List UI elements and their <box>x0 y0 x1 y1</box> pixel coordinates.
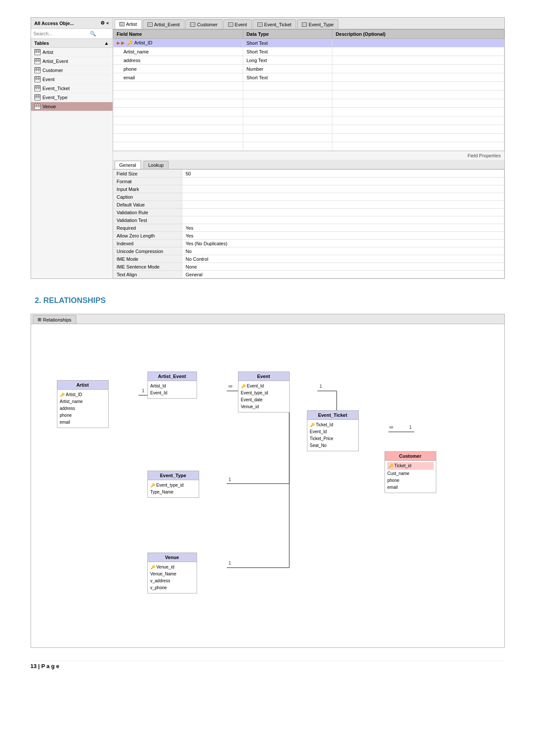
rel-tab-label: Relationships <box>43 317 72 322</box>
prop-value[interactable]: No <box>182 247 504 255</box>
prop-label: Unicode Compression <box>113 247 182 255</box>
col-description: Description (Optional) <box>332 30 504 39</box>
tab-event-ticket[interactable]: Event_Ticket <box>253 19 296 29</box>
table-row-empty <box>113 134 504 142</box>
entity-title-event: Event <box>238 372 289 381</box>
prop-value[interactable] <box>182 216 504 224</box>
prop-value[interactable] <box>182 193 504 201</box>
collapse-icon[interactable]: « <box>106 20 109 26</box>
entity-artist-event: Artist_Event Artist_Id Event_Id <box>147 372 197 399</box>
field-name-cell: address <box>113 56 243 65</box>
sidebar-item-label: Artist_Event <box>43 59 68 64</box>
data-type-cell: Short Text <box>243 73 332 82</box>
data-type-cell: Short Text <box>243 47 332 56</box>
field-name-cell: ▶ 🔑Artist_ID <box>113 39 243 47</box>
sidebar-item-customer[interactable]: Customer <box>31 66 113 75</box>
prop-label: Indexed <box>113 240 182 247</box>
tab-relationships[interactable]: ⊞ Relationships <box>33 315 76 324</box>
entity-fields-artist-event: Artist_Id Event_Id <box>148 381 197 398</box>
table-row[interactable]: address Long Text <box>113 56 504 65</box>
prop-label: IME Sentence Mode <box>113 263 182 271</box>
table-row-empty <box>113 82 504 91</box>
sidebar-item-label: Event <box>43 77 55 82</box>
tab-event[interactable]: Event <box>223 19 252 29</box>
search-input[interactable] <box>34 31 90 36</box>
table-row[interactable]: Artist_name Short Text <box>113 47 504 56</box>
prop-value[interactable] <box>182 201 504 209</box>
tab-table-icon-artist-event <box>147 22 153 27</box>
prop-value[interactable]: Yes (No Duplicates) <box>182 240 504 247</box>
description-cell <box>332 65 504 73</box>
sidebar-item-label: Venue <box>43 104 56 109</box>
prop-label: Input Mark <box>113 185 182 193</box>
tab-artist[interactable]: Artist <box>115 19 142 29</box>
properties-table: Field Size 50 Format Input Mark Caption … <box>113 169 504 278</box>
settings-icon[interactable]: ⚙ <box>100 20 105 26</box>
entity-artist: Artist 🔑Artist_ID Artist_name address ph… <box>57 380 109 428</box>
prop-row-ime-sentence: IME Sentence Mode None <box>113 263 504 271</box>
prop-value[interactable]: None <box>182 263 504 271</box>
table-row[interactable]: email Short Text <box>113 73 504 82</box>
section-number: 2. <box>35 296 41 305</box>
expand-icon[interactable]: ▲ <box>104 41 109 46</box>
tab-label-event-ticket: Event_Ticket <box>264 22 291 27</box>
sidebar-item-event-ticket[interactable]: Event_Ticket <box>31 84 113 93</box>
prop-value[interactable]: 50 <box>182 170 504 178</box>
prop-value[interactable]: No Control <box>182 255 504 263</box>
prop-row-validation-test: Validation Test <box>113 216 504 224</box>
data-type-cell: Number <box>243 65 332 73</box>
pk-icon-event-type: 🔑 <box>150 482 155 488</box>
entity-fields-artist: 🔑Artist_ID Artist_name address phone ema… <box>57 390 108 428</box>
tab-artist-event[interactable]: Artist_Event <box>143 19 185 29</box>
svg-text:∞: ∞ <box>228 383 232 389</box>
tab-general[interactable]: General <box>115 161 141 169</box>
tab-table-icon-artist <box>119 22 125 26</box>
prop-value[interactable] <box>182 178 504 185</box>
prop-row-unicode: Unicode Compression No <box>113 247 504 255</box>
table-row[interactable]: ▶ 🔑Artist_ID Short Text <box>113 39 504 47</box>
tab-label-artist: Artist <box>126 22 137 27</box>
data-type-cell: Long Text <box>243 56 332 65</box>
svg-text:1: 1 <box>142 388 144 393</box>
sidebar-item-artist[interactable]: Artist <box>31 48 113 57</box>
entity-fields-event-ticket: 🔑Ticket_Id Event_Id Ticket_Price Seat_No <box>307 420 358 451</box>
tab-event-type[interactable]: Event_Type <box>297 19 338 29</box>
table-icon-artist <box>34 49 41 55</box>
prop-value[interactable] <box>182 209 504 216</box>
sidebar-item-event[interactable]: Event <box>31 75 113 84</box>
table-row-empty <box>113 99 504 108</box>
table-row-empty <box>113 142 504 151</box>
sidebar-item-venue[interactable]: Venue <box>31 102 113 111</box>
sidebar-item-label: Event_Type <box>43 95 68 100</box>
field-table: Field Name Data Type Description (Option… <box>113 29 504 151</box>
prop-label: Allow Zero Length <box>113 232 182 240</box>
tab-label-event-type: Event_Type <box>309 22 334 27</box>
tab-table-icon-event <box>228 22 233 27</box>
tab-lookup[interactable]: Lookup <box>144 161 169 169</box>
entity-venue: Venue 🔑Venue_id Venue_Name v_address v_p… <box>147 553 197 594</box>
prop-value[interactable] <box>182 185 504 193</box>
prop-label: Caption <box>113 193 182 201</box>
key-icon: 🔑 <box>127 40 133 46</box>
entity-event-ticket: Event_Ticket 🔑Ticket_Id Event_Id Ticket_… <box>307 410 359 451</box>
prop-value[interactable]: General <box>182 271 504 278</box>
field-name-cell: email <box>113 73 243 82</box>
prop-label: Format <box>113 178 182 185</box>
sidebar-item-artist-event[interactable]: Artist_Event <box>31 57 113 66</box>
prop-value[interactable]: Yes <box>182 232 504 240</box>
table-tabs-row: Artist Artist_Event Customer Event <box>113 18 504 29</box>
field-properties-header: Field Properties <box>113 151 504 160</box>
tab-customer[interactable]: Customer <box>185 19 222 29</box>
table-icon-event-ticket <box>34 85 41 91</box>
entity-event-type: Event_Type 🔑Event_type_id Type_Name <box>147 471 199 498</box>
sidebar-item-label: Event_Ticket <box>43 86 70 91</box>
sidebar-item-event-type[interactable]: Event_Type <box>31 93 113 102</box>
sidebar-header: All Access Obje... ⚙ « <box>31 18 113 29</box>
table-row[interactable]: phone Number <box>113 65 504 73</box>
prop-value[interactable]: Yes <box>182 224 504 232</box>
entity-customer: Customer 🔑Ticket_id Cust_name phone emai… <box>385 451 436 493</box>
table-icon-event-type <box>34 94 41 100</box>
entity-title-customer: Customer <box>385 452 436 461</box>
prop-row-required: Required Yes <box>113 224 504 232</box>
table-icon-venue <box>34 103 41 109</box>
